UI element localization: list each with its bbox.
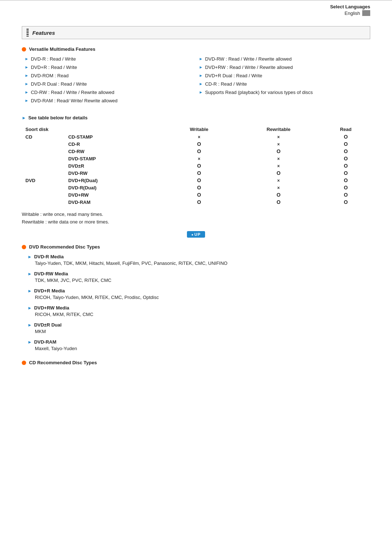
dvd-sub-item-label: DVD+RW Media — [34, 305, 69, 311]
dvd-sub-item-text: Taiyo-Yuden, TDK, MKM, Hitachi, Maxell, … — [28, 260, 370, 266]
arrow-blue-icon: ► — [28, 305, 32, 311]
feature-text: DVD-RW : Read / Write / Rewrite allowed — [205, 56, 292, 62]
table-row: DVD±RO×O — [22, 162, 370, 169]
o-mark: O — [344, 199, 348, 205]
feature-item: ►DVD-RAM : Read/ Write/ Rewrite allowed — [22, 98, 196, 103]
dvd-sub-item: ► DVD-R Media Taiyo-Yuden, TDK, MKM, Hit… — [22, 254, 370, 266]
x-mark: × — [277, 142, 280, 147]
writable-cell: O — [162, 140, 236, 148]
writable-note: Writable : write once, read many times. — [22, 212, 370, 217]
feature-list-container: ►DVD-R : Read / Write►DVD+R : Read / Wri… — [22, 56, 370, 106]
o-mark: O — [344, 170, 348, 176]
o-mark: O — [197, 185, 201, 190]
feature-item: ►DVD-R : Read / Write — [22, 56, 196, 62]
up-button[interactable]: ●UP — [187, 231, 205, 238]
col-header-soort-disk: Soort disk — [22, 126, 162, 133]
table-row: DVD-RWOOO — [22, 169, 370, 177]
x-mark: × — [277, 156, 280, 161]
o-mark: O — [344, 134, 348, 140]
read-cell: O — [321, 169, 370, 177]
rewritable-cell: × — [236, 133, 321, 140]
see-table-text: See table below for details — [28, 115, 87, 120]
arrow-icon: ► — [199, 57, 203, 61]
rewritable-cell: × — [236, 162, 321, 169]
feature-item: ►DVD+R Dual : Read / Write — [196, 73, 370, 78]
dvd-sub-item-heading: ► DVD+RW Media — [28, 305, 370, 311]
dvd-section: DVD Recommended Disc Types ► DVD-R Media… — [22, 244, 370, 351]
read-cell: O — [321, 198, 370, 206]
category-cell — [22, 162, 65, 169]
arrow-icon: ► — [199, 73, 203, 78]
category-cell — [22, 140, 65, 148]
feature-text: CD-RW : Read / Write / Rewrite allowed — [31, 90, 114, 95]
dvd-sub-item-text: Maxell, Taiyo-Yuden — [28, 346, 370, 351]
arrow-icon: ► — [25, 65, 29, 69]
writable-cell: × — [162, 155, 236, 162]
arrow-blue-icon: ► — [22, 115, 26, 120]
o-mark: O — [277, 199, 281, 205]
feature-text: DVD+R : Read / Write — [31, 65, 77, 70]
main-content: Features Versatile Multimedia Features ►… — [0, 19, 392, 377]
feature-text: DVD-RAM : Read/ Write/ Rewrite allowed — [31, 98, 118, 103]
feature-item: ►Supports Read (playback) for various ty… — [196, 90, 370, 95]
feature-item: ►DVD-R Dual : Read / Write — [22, 81, 196, 87]
x-mark: × — [198, 156, 200, 161]
dvd-heading-text: DVD Recommended Disc Types — [29, 244, 100, 250]
dvd-sub-item-label: DVD-RAM — [34, 339, 56, 345]
writable-cell: O — [162, 184, 236, 191]
rewritable-cell: × — [236, 184, 321, 191]
o-mark: O — [197, 141, 201, 147]
read-cell: O — [321, 133, 370, 140]
x-mark: × — [277, 135, 280, 140]
disc-table: Soort disk Writable Rewritable Read CDCD… — [22, 126, 370, 206]
category-cell — [22, 169, 65, 177]
o-mark: O — [344, 185, 348, 190]
disc-name-cell: DVD+R(Dual) — [65, 177, 162, 184]
dvd-sub-item-heading: ► DVD-R Media — [28, 254, 370, 259]
o-mark: O — [197, 192, 201, 198]
arrow-blue-icon: ► — [28, 340, 32, 345]
writable-cell: × — [162, 133, 236, 140]
select-languages-label: Select Languages — [22, 4, 370, 9]
rewritable-cell: × — [236, 177, 321, 184]
up-button-container[interactable]: ●UP — [22, 231, 370, 238]
feature-text: Supports Read (playback) for various typ… — [205, 90, 313, 95]
dvd-sub-item: ► DVD+RW Media RICOH, MKM, RiTEK, CMC — [22, 305, 370, 317]
language-dropdown-box[interactable] — [362, 10, 370, 16]
language-selector[interactable]: English — [344, 10, 370, 16]
read-cell: O — [321, 140, 370, 148]
writable-cell: O — [162, 148, 236, 155]
feature-text: DVD-R : Read / Write — [31, 56, 76, 62]
category-cell: CD — [22, 133, 65, 140]
o-mark: O — [277, 170, 281, 176]
disc-name-cell: CD-STAMP — [65, 133, 162, 140]
o-mark: O — [344, 163, 348, 169]
arrow-blue-icon: ► — [28, 254, 32, 259]
arrow-blue-icon: ► — [28, 271, 32, 276]
col-header-read: Read — [321, 126, 370, 133]
col-header-writable: Writable — [162, 126, 236, 133]
read-cell: O — [321, 155, 370, 162]
disc-name-cell: DVD-R(Dual) — [65, 184, 162, 191]
category-cell — [22, 184, 65, 191]
o-mark: O — [344, 192, 348, 198]
features-header: Features — [22, 26, 370, 39]
dvd-sub-item-text: RICOH, MKM, RiTEK, CMC — [28, 312, 370, 317]
disc-name-cell: DVD±R — [65, 162, 162, 169]
dvd-sub-item-label: DVD±R Dual — [34, 322, 62, 328]
o-mark: O — [277, 192, 281, 198]
rewritable-cell: × — [236, 155, 321, 162]
feature-item: ►DVD+R : Read / Write — [22, 65, 196, 70]
feature-item: ►DVD+RW : Read / Write / Rewrite allowed — [196, 65, 370, 70]
dvd-sub-item: ► DVD+R Media RICOH, Taiyo-Yuden, MKM, R… — [22, 288, 370, 300]
x-mark: × — [277, 178, 280, 183]
feature-col-left: ►DVD-R : Read / Write►DVD+R : Read / Wri… — [22, 56, 196, 106]
language-text: English — [344, 11, 360, 16]
feature-item: ►CD-R : Read / Write — [196, 81, 370, 87]
dvd-sub-item-text: RICOH, Taiyo-Yuden, MKM, RiTEK, CMC, Pro… — [28, 295, 370, 300]
dvd-sub-item-heading: ► DVD-RW Media — [28, 271, 370, 276]
arrow-icon: ► — [25, 90, 29, 94]
dvd-sub-item: ► DVD±R Dual MKM — [22, 322, 370, 334]
arrow-icon: ► — [199, 65, 203, 69]
table-row: CD-RO×O — [22, 140, 370, 148]
